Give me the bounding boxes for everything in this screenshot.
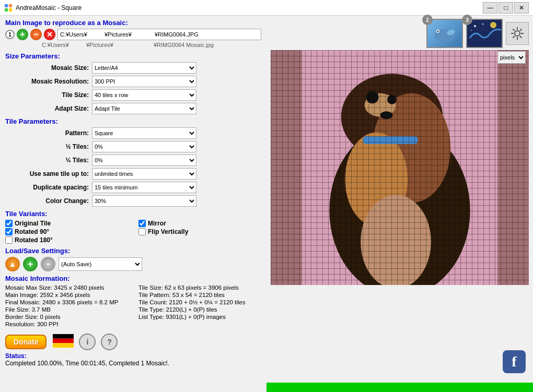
rotated180-item: Rotated 180° <box>5 236 128 244</box>
tile-params-title: Tile Parameters: <box>5 117 261 125</box>
half-tiles-select[interactable]: 0% 25% 50% 75% 100% <box>92 141 196 152</box>
mosaic-size-select[interactable]: Letter/A4 A3 Custom <box>92 62 196 74</box>
right-panel: 2 3 <box>266 16 533 392</box>
svg-rect-5 <box>53 338 74 343</box>
mosaic-preview <box>271 50 529 285</box>
svg-rect-6 <box>53 343 74 348</box>
resolution-label: Mosaic Resolution: <box>5 78 89 85</box>
load-save-title: Load/Save Settings: <box>5 247 261 255</box>
rotated90-checkbox[interactable] <box>5 228 13 235</box>
close-button[interactable]: ✕ <box>514 2 529 14</box>
mosaic-image <box>271 50 529 285</box>
svg-point-16 <box>515 31 520 36</box>
load-button[interactable]: ▲ <box>5 257 20 271</box>
svg-point-15 <box>471 30 472 31</box>
pattern-label: Pattern: <box>5 129 89 137</box>
color-change-select[interactable]: 0% 10% 20% 30% 40% 50% <box>92 195 196 207</box>
svg-rect-4 <box>53 334 74 339</box>
mirror-label: Mirror <box>148 220 166 227</box>
main-image-info: Main Image: 2592 x 3456 pixels <box>5 292 128 298</box>
info-col-left: Mosaic Max Size: 3425 x 2480 pixels Main… <box>5 284 128 328</box>
maximize-button[interactable]: □ <box>499 2 513 14</box>
step3-badge: 3 <box>462 15 472 25</box>
quarter-tiles-select[interactable]: 0% 25% 50% 75% 100% <box>92 155 196 166</box>
svg-point-13 <box>474 25 476 27</box>
right-top-bar: 2 3 <box>271 19 529 48</box>
original-tile-item: Original Tile <box>5 220 128 227</box>
step2-badge: 2 <box>422 15 433 25</box>
remove-setting-button[interactable]: − <box>41 257 55 271</box>
output-path: C:¥Users¥ ¥Pictures¥ ¥RIMG0064 Mosaic.jp… <box>42 41 261 49</box>
flip-vertically-item: Flip Vertically <box>138 228 261 235</box>
flip-vertically-checkbox[interactable] <box>138 228 146 235</box>
adapt-size-select[interactable]: Adapt Tile Adapt Mosaic None <box>92 103 196 114</box>
remove-image-button[interactable]: − <box>30 29 42 40</box>
image-path-input[interactable] <box>57 29 261 40</box>
mirror-item: Mirror <box>138 220 261 227</box>
tile-variants-section: Tile Variants: Original Tile Mirror Rota… <box>5 210 261 244</box>
svg-point-12 <box>490 22 496 28</box>
svg-line-21 <box>513 29 515 31</box>
tile-size-label: Tile Size: <box>5 91 89 99</box>
title-bar: AndreaMosaic - Square — □ ✕ <box>0 0 533 16</box>
dup-spacing-select[interactable]: 5 tiles minimum 10 tiles minimum 15 tile… <box>92 182 196 193</box>
progress-bar-container <box>266 383 533 392</box>
help-button[interactable]: ? <box>101 334 118 350</box>
thumb2-container: 2 <box>426 19 463 48</box>
list-type-info: List Type: 9301(L) + 0(P) images <box>138 314 261 320</box>
tile-params-section: Tile Parameters: Pattern: Square Hexagon… <box>5 117 261 207</box>
flag-icon <box>53 334 74 349</box>
resolution-select[interactable]: 72 PPI 150 PPI 300 PPI 600 PPI <box>92 76 196 87</box>
pixels-select[interactable]: pixels cm inches <box>497 51 526 64</box>
window-title: AndreaMosaic - Square <box>16 4 82 11</box>
tile-size-select[interactable]: 20 tiles x row 30 tiles x row 40 tiles x… <box>92 89 196 101</box>
pixels-unit-container: pixels cm inches <box>497 51 526 64</box>
facebook-button[interactable]: f <box>503 350 526 373</box>
svg-rect-11 <box>467 20 502 47</box>
info-button[interactable]: i <box>79 334 96 350</box>
size-params-title: Size Parameters: <box>5 52 261 60</box>
step1-circle: 1 <box>5 30 15 39</box>
main-image-title: Main Image to reproduce as a Mosaic: <box>5 19 261 27</box>
size-params-grid: Mosaic Size: Letter/A4 A3 Custom Mosaic … <box>5 62 261 114</box>
main-image-section: Main Image to reproduce as a Mosaic: 1 +… <box>5 19 261 49</box>
size-params-section: Size Parameters: Mosaic Size: Letter/A4 … <box>5 52 261 114</box>
rotated180-checkbox[interactable] <box>5 236 13 244</box>
original-tile-checkbox[interactable] <box>5 220 13 227</box>
status-text: Completed 100.00%, Time 00:01:45, Comple… <box>5 360 169 367</box>
pattern-select[interactable]: Square Hexagonal Triangle <box>92 127 196 139</box>
clear-image-button[interactable]: ✕ <box>44 29 55 40</box>
svg-point-14 <box>482 23 484 25</box>
starrynight-thumb-button[interactable] <box>466 19 503 48</box>
svg-line-24 <box>513 36 515 38</box>
color-change-label: Color Change: <box>5 197 89 205</box>
donate-button[interactable]: Donate <box>5 335 47 349</box>
svg-rect-3 <box>9 8 12 11</box>
minimize-button[interactable]: — <box>483 2 497 14</box>
final-mosaic-info: Final Mosaic: 2480 x 3306 pixels = 8.2 M… <box>5 299 128 305</box>
resolution-info: Resolution: 300 PPI <box>5 321 128 327</box>
border-size-info: Border Size: 0 pixels <box>5 314 128 320</box>
quarter-tiles-label: ¼ Tiles: <box>5 157 89 164</box>
tools-button[interactable] <box>506 22 529 45</box>
status-section: Status: Completed 100.00%, Time 00:01:45… <box>5 352 261 367</box>
rotated90-label: Rotated 90° <box>15 228 49 235</box>
title-bar-left: AndreaMosaic - Square <box>4 4 82 12</box>
use-same-select[interactable]: unlimited times 1 time 2 times 3 times <box>92 168 196 180</box>
autosave-select[interactable]: (Auto Save) Save Load <box>59 257 142 271</box>
original-tile-label: Original Tile <box>15 220 51 227</box>
dup-spacing-label: Duplicate spacing: <box>5 184 89 191</box>
add-setting-button[interactable]: + <box>23 257 38 271</box>
mirror-checkbox[interactable] <box>138 220 146 227</box>
mosaic-max-size: Mosaic Max Size: 3425 x 2480 pixels <box>5 284 128 291</box>
mosaic-size-label: Mosaic Size: <box>5 64 89 72</box>
mosaic-info-title: Mosaic Information: <box>5 275 261 282</box>
adapt-size-label: Adapt Size: <box>5 105 89 112</box>
bottom-row: Donate i ? <box>5 330 261 350</box>
add-image-button[interactable]: + <box>17 29 28 40</box>
rotated90-item: Rotated 90° <box>5 228 128 235</box>
left-panel: Main Image to reproduce as a Mosaic: 1 +… <box>0 16 266 392</box>
file-size-info: File Size: 3.7 MB <box>5 306 128 313</box>
dolphin-thumb-button[interactable] <box>426 19 463 48</box>
svg-rect-1 <box>9 4 12 7</box>
